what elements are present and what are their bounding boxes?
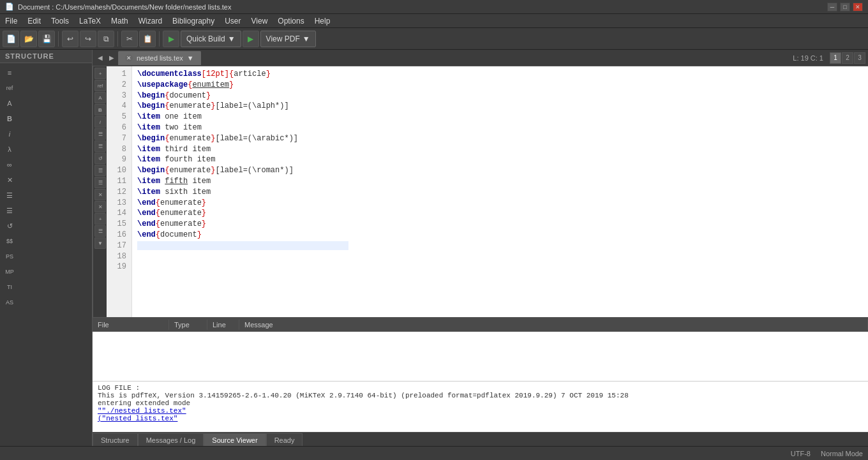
menu-options[interactable]: Options [273, 14, 309, 27]
struct-btn-1[interactable]: ≡ [3, 66, 17, 80]
struct-btn-5[interactable]: i [3, 127, 17, 141]
menu-wizard[interactable]: Wizard [133, 14, 167, 27]
editor-area[interactable]: + ref A B i ☰ ☰ ↺ ☰ ☰ ✕ ✕ + ☰ ▼ [93, 66, 868, 317]
rtool-rotate[interactable]: ↺ [94, 152, 106, 164]
rtool-plus2[interactable]: + [94, 213, 106, 225]
run-button[interactable]: ▶ [163, 31, 179, 47]
open-button[interactable]: 📂 [20, 31, 37, 47]
title-bar-left: 📄 Document : C:/Users/mahesh/Documents/N… [5, 3, 231, 11]
main-content: ◀ ▶ ✕ nested lists.tex ▼ L: 19 C: 1 1 2 … [93, 50, 868, 446]
struct-btn-mp[interactable]: MP [3, 265, 17, 279]
rtool-b[interactable]: B [94, 104, 106, 115]
redo-button[interactable]: ↪ [80, 31, 96, 47]
struct-btn-6[interactable]: λ [3, 142, 17, 156]
view-pdf-button[interactable]: View PDF ▼ [260, 31, 316, 47]
log-line-1: This is pdfTeX, Version 3.14159265-2.6-1… [98, 392, 863, 399]
view-buttons: 1 2 3 [830, 52, 865, 64]
rtool-list5[interactable]: ☰ [94, 225, 106, 237]
mode-display: Normal Mode [821, 450, 863, 457]
toolbar-sep3 [159, 31, 160, 47]
log-line-3: ""./nested lists.tex" [98, 407, 863, 415]
rtool-x1[interactable]: ✕ [94, 189, 106, 200]
message-area: File Type Line Message LOG FILE : This i… [93, 317, 868, 432]
msg-col-type: Type [169, 320, 207, 330]
menu-latex[interactable]: LaTeX [74, 14, 106, 27]
menu-file[interactable]: File [0, 14, 22, 27]
minimize-button[interactable]: ─ [827, 3, 837, 11]
rtool-down[interactable]: ▼ [94, 237, 106, 249]
tab-bar: ◀ ▶ ✕ nested lists.tex ▼ L: 19 C: 1 1 2 … [93, 50, 868, 66]
rtool-a[interactable]: A [94, 92, 106, 103]
close-button[interactable]: ✕ [853, 3, 863, 11]
right-tool-panel: + ref A B i ☰ ☰ ↺ ☰ ☰ ✕ ✕ + ☰ ▼ [93, 66, 107, 317]
rtool-list4[interactable]: ☰ [94, 177, 106, 188]
struct-btn-4[interactable]: B [3, 112, 17, 126]
copy-button[interactable]: ⧉ [98, 31, 114, 47]
quick-build-dropdown-icon[interactable]: ▼ [228, 34, 236, 43]
msg-col-file: File [93, 320, 169, 330]
menu-math[interactable]: Math [106, 14, 133, 27]
view-3-button[interactable]: 3 [854, 52, 865, 64]
rtool-i[interactable]: i [94, 116, 106, 128]
toolbar-sep2 [117, 31, 118, 47]
code-editor[interactable]: \documentclass[12pt]{article} \usepackag… [132, 66, 868, 317]
menu-user[interactable]: User [220, 14, 246, 27]
tab-next-button[interactable]: ▶ [107, 52, 117, 64]
tab-area: ✕ nested lists.tex ▼ [118, 51, 786, 65]
tab-dropdown-icon[interactable]: ▼ [187, 54, 194, 62]
struct-btn-11[interactable]: ↺ [3, 219, 17, 233]
struct-btn-9[interactable]: ☰ [3, 188, 17, 202]
struct-btn-8[interactable]: ✕ [3, 173, 17, 187]
view-2-button[interactable]: 2 [842, 52, 853, 64]
tab-messages-log[interactable]: Messages / Log [138, 433, 204, 446]
rtool-ref[interactable]: ref [94, 80, 106, 91]
tab-structure[interactable]: Structure [93, 433, 138, 446]
struct-btn-2[interactable]: ref [3, 81, 17, 95]
active-tab[interactable]: ✕ nested lists.tex ▼ [118, 51, 201, 65]
tab-ready[interactable]: Ready [266, 433, 303, 446]
encoding-display: UTF-8 [791, 450, 811, 457]
left-sidebar: STRUCTURE ≡ ref A B i λ ∞ ✕ ☰ ☰ ↺ $$ PS … [0, 50, 93, 446]
menu-edit[interactable]: Edit [22, 14, 46, 27]
tab-close-icon[interactable]: ✕ [125, 54, 133, 62]
view-pdf-label: View PDF [266, 34, 300, 43]
struct-btn-7[interactable]: ∞ [3, 158, 17, 172]
new-button[interactable]: 📄 [3, 31, 19, 47]
struct-btn-ti[interactable]: TI [3, 280, 17, 294]
paste-button[interactable]: 📋 [139, 31, 156, 47]
title-bar: 📄 Document : C:/Users/mahesh/Documents/N… [0, 0, 868, 14]
struct-btn-ps[interactable]: PS [3, 249, 17, 263]
struct-btn-12[interactable]: $$ [3, 234, 17, 248]
cut-button[interactable]: ✂ [121, 31, 138, 47]
undo-button[interactable]: ↩ [62, 31, 79, 47]
quick-build-button[interactable]: Quick Build ▼ [181, 31, 241, 47]
rtool-list3[interactable]: ☰ [94, 165, 106, 176]
struct-btn-3[interactable]: A [3, 96, 17, 110]
rtool-x2[interactable]: ✕ [94, 201, 106, 212]
menu-bibliography[interactable]: Bibliography [167, 14, 220, 27]
menu-view[interactable]: View [246, 14, 273, 27]
log-line-2: entering extended mode [98, 399, 863, 407]
maximize-button[interactable]: □ [840, 3, 850, 11]
rtool-add[interactable]: + [94, 68, 106, 79]
msg-col-line: Line [207, 320, 239, 330]
message-rows [93, 332, 868, 381]
log-area: LOG FILE : This is pdfTeX, Version 3.141… [93, 381, 868, 432]
menu-tools[interactable]: Tools [46, 14, 74, 27]
run2-button[interactable]: ▶ [243, 31, 259, 47]
tab-prev-button[interactable]: ◀ [95, 52, 105, 64]
menu-bar: File Edit Tools LaTeX Math Wizard Biblio… [0, 14, 868, 28]
tab-source-viewer[interactable]: Source Viewer [204, 433, 266, 446]
view-pdf-dropdown-icon[interactable]: ▼ [303, 34, 310, 43]
rtool-list2[interactable]: ☰ [94, 140, 106, 152]
window-title: Document : C:/Users/mahesh/Documents/New… [18, 3, 231, 11]
struct-btn-10[interactable]: ☰ [3, 204, 17, 218]
structure-panel: STRUCTURE ≡ ref A B i λ ∞ ✕ ☰ ☰ ↺ $$ PS … [0, 50, 93, 446]
status-right: UTF-8 Normal Mode [791, 450, 863, 457]
save-button[interactable]: 💾 [38, 31, 55, 47]
struct-btn-as[interactable]: AS [3, 295, 17, 309]
view-1-button[interactable]: 1 [830, 52, 841, 64]
rtool-list1[interactable]: ☰ [94, 128, 106, 140]
structure-header: STRUCTURE [0, 50, 92, 63]
menu-help[interactable]: Help [310, 14, 336, 27]
